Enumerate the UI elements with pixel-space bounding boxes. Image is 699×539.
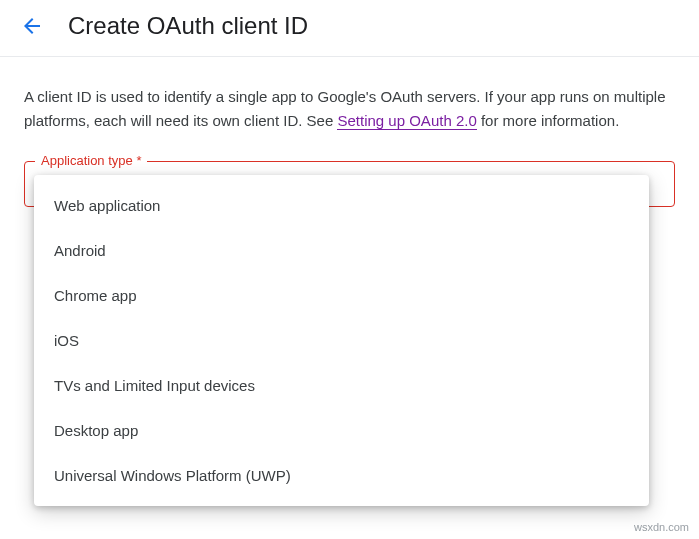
description-text: A client ID is used to identify a single… xyxy=(24,85,675,133)
dropdown-item-tvs-limited-input[interactable]: TVs and Limited Input devices xyxy=(34,363,649,408)
dropdown-item-ios[interactable]: iOS xyxy=(34,318,649,363)
watermark: wsxdn.com xyxy=(634,521,689,533)
page-title: Create OAuth client ID xyxy=(68,12,308,40)
back-button[interactable] xyxy=(20,14,44,38)
dropdown-item-desktop-app[interactable]: Desktop app xyxy=(34,408,649,453)
dropdown-item-android[interactable]: Android xyxy=(34,228,649,273)
dropdown-item-uwp[interactable]: Universal Windows Platform (UWP) xyxy=(34,453,649,498)
application-type-label: Application type * xyxy=(35,153,147,168)
content-area: A client ID is used to identify a single… xyxy=(0,57,699,207)
dropdown-item-chrome-app[interactable]: Chrome app xyxy=(34,273,649,318)
application-type-dropdown: Web application Android Chrome app iOS T… xyxy=(34,175,649,506)
arrow-left-icon xyxy=(20,14,44,38)
application-type-field-wrapper: Application type * Web application Andro… xyxy=(24,161,675,207)
page-header: Create OAuth client ID xyxy=(0,0,699,57)
description-post: for more information. xyxy=(477,112,620,129)
dropdown-item-web-application[interactable]: Web application xyxy=(34,183,649,228)
setup-oauth-link[interactable]: Setting up OAuth 2.0 xyxy=(337,112,476,130)
